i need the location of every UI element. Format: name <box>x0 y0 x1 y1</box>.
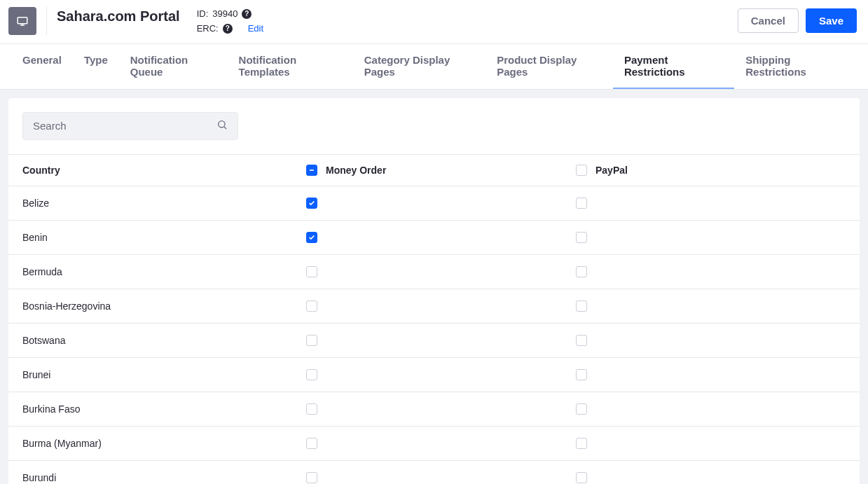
table-row: Benin <box>8 221 860 255</box>
header-meta: ID: 39940 ? ERC: ? Edit <box>197 7 263 36</box>
id-label: ID: <box>197 7 209 22</box>
cancel-button[interactable]: Cancel <box>738 8 799 33</box>
tab-type[interactable]: Type <box>73 44 119 89</box>
table-header: CountryMoney OrderPayPal <box>8 154 860 186</box>
restriction-checkbox[interactable] <box>576 369 587 380</box>
restriction-checkbox[interactable] <box>576 300 587 312</box>
table-row: Bermuda <box>8 255 860 289</box>
table-row: Burma (Myanmar) <box>8 427 860 461</box>
restriction-checkbox[interactable] <box>306 232 317 243</box>
table-row: Bosnia-Herzegovina <box>8 289 860 324</box>
country-cell: Burma (Myanmar) <box>22 438 306 449</box>
restriction-checkbox[interactable] <box>576 472 587 483</box>
restriction-checkbox[interactable] <box>306 369 317 380</box>
tab-notification-queue[interactable]: Notification Queue <box>119 44 228 89</box>
column-label: PayPal <box>595 165 628 176</box>
svg-point-3 <box>219 121 225 127</box>
restriction-checkbox[interactable] <box>306 198 317 209</box>
tab-category-display-pages[interactable]: Category Display Pages <box>353 44 485 89</box>
table-row: Burkina Faso <box>8 392 860 427</box>
country-cell: Burundi <box>22 472 306 483</box>
column-label: Money Order <box>326 165 386 176</box>
restriction-checkbox[interactable] <box>576 198 587 209</box>
restriction-checkbox[interactable] <box>576 335 587 346</box>
country-cell: Bermuda <box>22 266 306 277</box>
tab-payment-restrictions[interactable]: Payment Restrictions <box>613 44 734 89</box>
restriction-checkbox[interactable] <box>306 403 317 415</box>
country-cell: Benin <box>22 232 306 243</box>
tab-bar: GeneralTypeNotification QueueNotificatio… <box>0 44 868 90</box>
table-row: Burundi <box>8 461 860 484</box>
country-cell: Belize <box>22 198 306 209</box>
restriction-checkbox[interactable] <box>576 438 587 449</box>
svg-rect-0 <box>18 18 27 24</box>
svg-line-4 <box>224 127 226 129</box>
column-header: Money Order <box>306 165 576 176</box>
restriction-checkbox[interactable] <box>576 266 587 277</box>
page-title: Sahara.com Portal <box>57 7 180 25</box>
content-area: CountryMoney OrderPayPal BelizeBeninBerm… <box>0 90 868 484</box>
country-cell: Bosnia-Herzegovina <box>22 300 306 312</box>
country-cell: Burkina Faso <box>22 403 306 415</box>
edit-link[interactable]: Edit <box>248 22 263 36</box>
select-all-checkbox[interactable] <box>306 165 317 176</box>
country-header: Country <box>22 165 306 176</box>
restrictions-table: CountryMoney OrderPayPal BelizeBeninBerm… <box>8 154 860 484</box>
search-box[interactable] <box>22 112 238 140</box>
channel-icon <box>8 7 36 35</box>
tab-general[interactable]: General <box>11 44 73 89</box>
page-header: Sahara.com Portal ID: 39940 ? ERC: ? Edi… <box>0 0 868 44</box>
table-body: BelizeBeninBermudaBosnia-HerzegovinaBots… <box>8 186 860 484</box>
info-icon[interactable]: ? <box>223 24 233 34</box>
table-row: Brunei <box>8 358 860 392</box>
restriction-checkbox[interactable] <box>306 266 317 277</box>
header-divider <box>46 7 47 35</box>
tab-shipping-restrictions[interactable]: Shipping Restrictions <box>734 44 857 89</box>
table-row: Belize <box>8 186 860 221</box>
tab-product-display-pages[interactable]: Product Display Pages <box>485 44 613 89</box>
restriction-checkbox[interactable] <box>306 335 317 346</box>
table-row: Botswana <box>8 324 860 358</box>
save-button[interactable]: Save <box>806 8 857 33</box>
select-all-checkbox[interactable] <box>576 165 587 176</box>
column-header: PayPal <box>576 165 846 176</box>
search-icon[interactable] <box>216 119 228 132</box>
restriction-checkbox[interactable] <box>306 472 317 483</box>
restriction-checkbox[interactable] <box>306 300 317 312</box>
restriction-checkbox[interactable] <box>576 403 587 415</box>
panel: CountryMoney OrderPayPal BelizeBeninBerm… <box>8 98 860 484</box>
restriction-checkbox[interactable] <box>306 438 317 449</box>
search-input[interactable] <box>33 120 216 132</box>
info-icon[interactable]: ? <box>242 9 252 19</box>
id-value: 39940 <box>212 7 237 22</box>
country-cell: Botswana <box>22 335 306 346</box>
restriction-checkbox[interactable] <box>576 232 587 243</box>
erc-label: ERC: <box>197 22 219 36</box>
country-cell: Brunei <box>22 369 306 380</box>
tab-notification-templates[interactable]: Notification Templates <box>228 44 353 89</box>
